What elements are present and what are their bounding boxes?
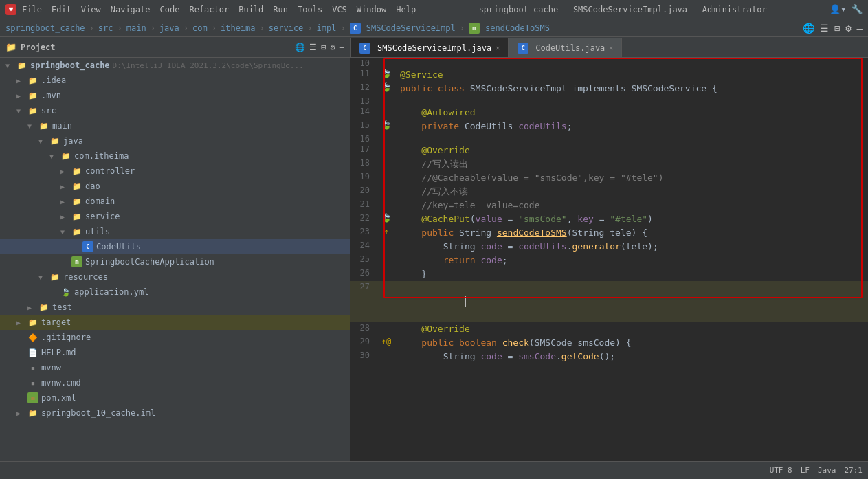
breadcrumb-main[interactable]: main bbox=[126, 23, 146, 33]
tree-main[interactable]: ▼ 📁 main bbox=[0, 118, 350, 133]
title-bar-left: ♥ File Edit View Navigate Code Refactor … bbox=[5, 4, 416, 15]
menu-navigate[interactable]: Navigate bbox=[111, 5, 151, 14]
code-line-30: 30 String code = smsCode.getCode(); bbox=[350, 350, 868, 364]
tree-service[interactable]: ▶ 📁 service bbox=[0, 209, 350, 224]
class-icon: C bbox=[350, 23, 361, 34]
tree-pom[interactable]: m pom.xml bbox=[0, 390, 350, 405]
dao-folder-icon: 📁 bbox=[71, 181, 82, 192]
breadcrumb-service[interactable]: service bbox=[269, 23, 304, 33]
menu-build[interactable]: Build bbox=[238, 5, 263, 14]
sidebar-globe-icon[interactable]: 🌐 bbox=[295, 43, 305, 52]
codeutils-label: CodeUtils bbox=[96, 242, 141, 252]
breadcrumb-itheima[interactable]: itheima bbox=[221, 23, 256, 33]
user-icon[interactable]: 👤▾ bbox=[830, 4, 846, 14]
menu-view[interactable]: View bbox=[81, 5, 101, 14]
domain-label: domain bbox=[85, 197, 115, 206]
status-encoding[interactable]: UTF-8 bbox=[770, 466, 792, 475]
tab-codeutils[interactable]: C CodeUtils.java ✕ bbox=[509, 38, 622, 57]
nav-list-icon[interactable]: ☰ bbox=[820, 23, 829, 34]
tree-helpmd[interactable]: 📄 HELP.md bbox=[0, 345, 350, 360]
controller-folder-icon: 📁 bbox=[71, 166, 82, 177]
app-label: SpringbootCacheApplication bbox=[85, 257, 214, 267]
status-position[interactable]: 27:1 bbox=[845, 466, 863, 475]
mvn-folder-icon: 📁 bbox=[27, 90, 38, 101]
tree-springboot10[interactable]: ▶ 📁 springboot_10_cache.iml bbox=[0, 405, 350, 421]
nav-split-icon[interactable]: ⊟ bbox=[834, 23, 840, 34]
menu-run[interactable]: Run bbox=[273, 5, 288, 14]
sidebar-split-icon[interactable]: ⊟ bbox=[321, 43, 326, 52]
code-line-20: 20 //写入不读 bbox=[350, 185, 868, 199]
sidebar-gear-icon[interactable]: ⚙ bbox=[331, 43, 335, 52]
tree-application-yml[interactable]: 🍃 application.yml bbox=[0, 285, 350, 300]
tree-mvn[interactable]: ▶ 📁 .mvn bbox=[0, 88, 350, 103]
service-folder-icon: 📁 bbox=[71, 211, 82, 222]
menu-code[interactable]: Code bbox=[160, 5, 180, 14]
menu-edit[interactable]: Edit bbox=[52, 5, 71, 14]
tab-smscodeserviceimpl[interactable]: C SMSCodeServiceImpl.java ✕ bbox=[350, 38, 509, 57]
menu-file[interactable]: File bbox=[22, 5, 42, 14]
sidebar-list-icon[interactable]: ☰ bbox=[309, 43, 317, 52]
menu-tools[interactable]: Tools bbox=[298, 5, 322, 14]
nav-minimize-icon[interactable]: — bbox=[857, 23, 863, 34]
tree-resources[interactable]: ▼ 📁 resources bbox=[0, 269, 350, 285]
tab-icon-codeutils: C bbox=[518, 43, 528, 54]
breadcrumb-com[interactable]: com bbox=[192, 23, 208, 33]
status-line-ending[interactable]: LF bbox=[801, 466, 810, 475]
tree-dao[interactable]: ▶ 📁 dao bbox=[0, 179, 350, 194]
file-tree: ▼ 📁 springboot_cache D:\IntelliJ IDEA 20… bbox=[0, 58, 350, 421]
nav-gear-icon[interactable]: ⚙ bbox=[845, 23, 851, 34]
tree-utils[interactable]: ▼ 📁 utils bbox=[0, 224, 350, 239]
project-icon: 📁 bbox=[5, 42, 16, 52]
breadcrumb-method[interactable]: sendCodeToSMS bbox=[485, 23, 550, 33]
gutter-leaf-12: 🍃 bbox=[381, 82, 392, 92]
root-path: D:\IntelliJ IDEA 2021.3.2\code\SpringBo.… bbox=[113, 61, 304, 70]
java-folder-icon: 📁 bbox=[49, 135, 60, 146]
tree-springboot-app[interactable]: m SpringbootCacheApplication bbox=[0, 254, 350, 269]
tree-mvnw-cmd[interactable]: ▪ mvnw.cmd bbox=[0, 375, 350, 390]
breadcrumb-src[interactable]: src bbox=[98, 23, 113, 33]
breadcrumb-impl[interactable]: impl bbox=[317, 23, 337, 33]
breadcrumb-class[interactable]: SMSCodeServiceImpl bbox=[366, 23, 456, 33]
src-folder-icon: 📁 bbox=[27, 105, 38, 116]
code-line-11: 11 🍃 @Service bbox=[350, 68, 868, 82]
tree-java[interactable]: ▼ 📁 java bbox=[0, 133, 350, 148]
tree-root[interactable]: ▼ 📁 springboot_cache D:\IntelliJ IDEA 20… bbox=[0, 58, 350, 73]
tree-mvnw[interactable]: ▪ mvnw bbox=[0, 360, 350, 375]
sidebar-close-icon[interactable]: — bbox=[340, 43, 344, 52]
code-line-14: 14 @Autowired bbox=[350, 106, 868, 120]
sidebar-title: Project bbox=[21, 43, 56, 52]
tree-gitignore[interactable]: 🔶 .gitignore bbox=[0, 330, 350, 345]
menu-refactor[interactable]: Refactor bbox=[189, 5, 229, 14]
breadcrumb-java[interactable]: java bbox=[159, 23, 179, 33]
tree-com[interactable]: ▼ 📁 com.itheima bbox=[0, 148, 350, 164]
nav-globe-icon[interactable]: 🌐 bbox=[803, 23, 814, 34]
tab-close-codeutils[interactable]: ✕ bbox=[609, 44, 613, 52]
domain-folder-icon: 📁 bbox=[71, 196, 82, 207]
status-language[interactable]: Java bbox=[818, 466, 836, 475]
code-table: 10 11 🍃 @Service 12 🍃 public class SMSCo… bbox=[350, 58, 868, 364]
tab-close-smscode[interactable]: ✕ bbox=[496, 44, 500, 52]
tree-target[interactable]: ▶ 📁 target bbox=[0, 315, 350, 330]
tree-src[interactable]: ▼ 📁 src bbox=[0, 103, 350, 118]
menu-help[interactable]: Help bbox=[396, 5, 416, 14]
code-editor[interactable]: 10 11 🍃 @Service 12 🍃 public class SMSCo… bbox=[350, 58, 868, 461]
code-line-18: 18 //写入读出 bbox=[350, 157, 868, 171]
breadcrumb-springboot-cache[interactable]: springboot_cache bbox=[5, 23, 85, 33]
menu-vcs[interactable]: VCS bbox=[332, 5, 347, 14]
menu-window[interactable]: Window bbox=[357, 5, 386, 14]
code-line-23: 23 ↑ public String sendCodeToSMS(String … bbox=[350, 226, 868, 240]
tree-codeutils[interactable]: C CodeUtils bbox=[0, 239, 350, 254]
target-folder-icon: 📁 bbox=[27, 317, 38, 328]
target-label: target bbox=[41, 318, 71, 327]
tree-controller[interactable]: ▶ 📁 controller bbox=[0, 164, 350, 179]
tree-test[interactable]: ▶ 📁 test bbox=[0, 300, 350, 315]
springboot10-icon: 📁 bbox=[27, 408, 38, 419]
project-sidebar: ▼ 📁 springboot_cache D:\IntelliJ IDEA 20… bbox=[0, 58, 350, 461]
pom-label: pom.xml bbox=[41, 393, 76, 403]
idea-folder-icon: 📁 bbox=[27, 75, 38, 86]
settings-icon[interactable]: 🔧 bbox=[852, 4, 863, 14]
tree-domain[interactable]: ▶ 📁 domain bbox=[0, 194, 350, 209]
tree-idea[interactable]: ▶ 📁 .idea bbox=[0, 73, 350, 88]
code-line-25: 25 return code; bbox=[350, 254, 868, 267]
mvnw-icon: ▪ bbox=[27, 362, 38, 373]
